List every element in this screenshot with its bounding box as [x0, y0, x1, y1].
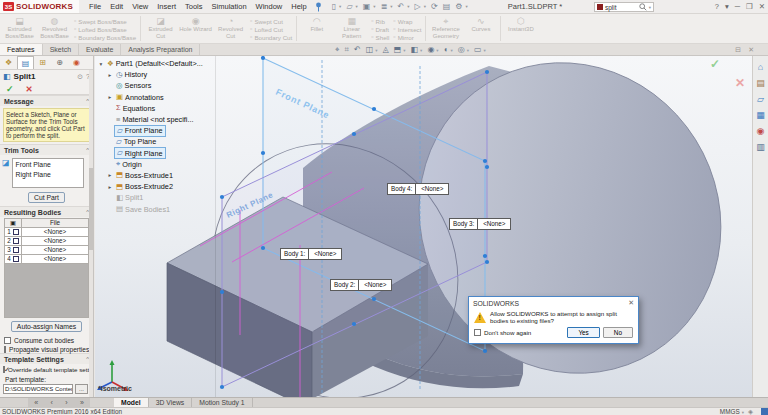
- view-orientation-icon-caret[interactable]: ▾: [403, 48, 405, 53]
- help-button[interactable]: ?: [715, 0, 719, 14]
- tree-item-boss-extrude1[interactable]: ▸⬒Boss-Extrude1: [97, 170, 215, 181]
- tab-3d-views[interactable]: 3D Views: [149, 398, 193, 407]
- tab-model[interactable]: Model: [114, 398, 149, 407]
- menu-file[interactable]: File: [89, 0, 101, 14]
- expand-arrow-icon[interactable]: ▾: [97, 61, 105, 67]
- propertymanager-tab[interactable]: ▤: [17, 56, 34, 69]
- no-button[interactable]: No: [603, 327, 633, 338]
- file-explorer-icon[interactable]: ▱: [753, 94, 768, 104]
- status-options-icon[interactable]: ◈: [748, 408, 753, 415]
- tree-splitter[interactable]: [215, 56, 216, 397]
- display-style-icon[interactable]: ◧: [411, 44, 419, 56]
- yes-button[interactable]: Yes: [567, 327, 599, 338]
- hide-show-items-icon-caret[interactable]: ▾: [436, 48, 438, 53]
- file-properties-icon[interactable]: ▤: [443, 2, 451, 12]
- trim-tools-section-header[interactable]: Trim Tools ^: [0, 144, 93, 155]
- menu-help[interactable]: Help: [291, 0, 306, 14]
- resources-icon[interactable]: ⌂: [753, 62, 768, 72]
- body-file-cell[interactable]: <None>: [22, 246, 89, 255]
- rebuild-icon[interactable]: ⟳: [431, 2, 438, 12]
- undo-icon[interactable]: ↶: [398, 2, 405, 12]
- section-view-icon-caret[interactable]: ▾: [375, 48, 377, 53]
- print-icon-caret[interactable]: ▾: [390, 4, 392, 9]
- new-icon-caret[interactable]: ▾: [339, 4, 341, 9]
- dimxpert-tab[interactable]: ⊕: [51, 56, 68, 69]
- tree-item-top-plane[interactable]: ▱Top Plane: [97, 136, 215, 147]
- pin-icon[interactable]: [315, 2, 322, 12]
- tree-item-split1[interactable]: ◧Split1: [97, 192, 215, 203]
- tree-item-sensors[interactable]: ◎Sensors: [97, 80, 215, 91]
- tree-item-equations[interactable]: ΣEquations: [97, 103, 215, 114]
- tree-item-front-plane[interactable]: ▱Front Plane: [97, 125, 215, 136]
- option-propagate-visual-properties[interactable]: Propagate visual properties: [0, 344, 93, 353]
- tab-nav-icon[interactable]: ›: [65, 398, 67, 407]
- view-palette-icon[interactable]: ▦: [753, 110, 768, 120]
- dont-show-again-checkbox[interactable]: [474, 329, 481, 336]
- cancel-button[interactable]: ✕: [26, 84, 33, 94]
- expand-arrow-icon[interactable]: ▸: [106, 172, 114, 178]
- body-file-cell[interactable]: <None>: [22, 255, 89, 264]
- part-template-path-input[interactable]: D:\SOLIDWORKS Content\SOLI: [3, 384, 73, 394]
- option-checkbox[interactable]: [4, 337, 11, 344]
- menu-edit[interactable]: Edit: [110, 0, 123, 14]
- tab-nav-icon[interactable]: ‹: [50, 398, 52, 407]
- propertymanager-scrollbar[interactable]: [89, 70, 93, 397]
- override-template-option[interactable]: Override default template settings: [0, 364, 93, 373]
- expand-arrow-icon[interactable]: ▸: [106, 94, 114, 100]
- trim-tools-selection-list[interactable]: Front PlaneRight Plane: [12, 158, 84, 188]
- tab-analysis-preparation[interactable]: Analysis Preparation: [121, 44, 200, 55]
- help-caret-icon[interactable]: ▾: [725, 0, 729, 14]
- dialog-close-icon[interactable]: ✕: [628, 299, 634, 307]
- new-icon[interactable]: ▯: [332, 2, 336, 12]
- dynamic-annotation-icon[interactable]: ◬: [383, 44, 389, 56]
- select-icon[interactable]: ▷: [415, 2, 421, 12]
- search-box[interactable]: split ▾: [594, 2, 654, 12]
- expand-arrow-icon[interactable]: ▸: [106, 72, 114, 78]
- search-caret-icon[interactable]: ▾: [649, 5, 651, 10]
- tab-evaluate[interactable]: Evaluate: [79, 44, 121, 55]
- keep-visible-pin-icon[interactable]: ⊙: [77, 73, 83, 81]
- option-checkbox[interactable]: [4, 346, 6, 353]
- units-selector[interactable]: MMGS▾: [720, 408, 744, 415]
- restore-button[interactable]: ❐: [746, 0, 753, 14]
- option-consume-cut-bodies[interactable]: Consume cut bodies: [0, 335, 93, 344]
- tab-motion-study-1[interactable]: Motion Study 1: [192, 398, 252, 407]
- body-checkbox[interactable]: [13, 247, 19, 253]
- view-settings-icon-caret[interactable]: ▾: [484, 48, 486, 53]
- tree-item-material-not-specifi[interactable]: ≡Material <not specifi...: [97, 114, 215, 125]
- tree-item-origin[interactable]: ⌖Origin: [97, 159, 215, 170]
- menu-tools[interactable]: Tools: [185, 0, 203, 14]
- tab-features[interactable]: Features: [0, 44, 43, 55]
- print-icon[interactable]: ≣: [381, 2, 388, 12]
- design-library-icon[interactable]: ▤: [753, 78, 768, 88]
- apply-scene-icon[interactable]: ◎: [458, 44, 465, 56]
- cut-part-button[interactable]: Cut Part: [28, 192, 65, 203]
- apply-scene-icon-caret[interactable]: ▾: [467, 48, 469, 53]
- displaymanager-tab[interactable]: ◉: [68, 56, 85, 69]
- open-icon-caret[interactable]: ▾: [356, 4, 358, 9]
- search-icon[interactable]: [639, 3, 647, 11]
- browse-template-button[interactable]: ...: [75, 384, 88, 394]
- edit-appearance-icon[interactable]: ◐: [444, 44, 449, 56]
- ok-button[interactable]: ✓: [6, 84, 14, 94]
- tree-item-boss-extrude2[interactable]: ▸⬒Boss-Extrude2: [97, 181, 215, 192]
- undock-toolbar-icon[interactable]: ⊟: [735, 44, 741, 56]
- body-file-cell[interactable]: <None>: [22, 237, 89, 246]
- zoom-to-fit-icon[interactable]: ⌖: [335, 44, 340, 56]
- confirm-ok-icon[interactable]: ✓: [710, 57, 720, 71]
- body-file-cell[interactable]: <None>: [22, 228, 89, 237]
- undo-icon-caret[interactable]: ▾: [407, 4, 409, 9]
- tree-item-right-plane[interactable]: ▱Right Plane: [97, 148, 215, 159]
- template-settings-section-header[interactable]: Template Settings ^: [0, 353, 93, 364]
- appearances-icon[interactable]: ◉: [753, 126, 768, 136]
- override-template-checkbox[interactable]: [3, 366, 5, 373]
- view-orientation-icon[interactable]: ⬒: [394, 44, 402, 56]
- menu-insert[interactable]: Insert: [157, 0, 176, 14]
- tab-nav-icon[interactable]: »: [80, 398, 84, 407]
- open-icon[interactable]: ▱: [346, 2, 352, 12]
- display-style-icon-caret[interactable]: ▾: [420, 48, 422, 53]
- menu-window[interactable]: Window: [256, 0, 283, 14]
- tree-item-annotations[interactable]: ▸▣Annotations: [97, 92, 215, 103]
- body-checkbox[interactable]: [13, 256, 19, 262]
- search-input[interactable]: split: [605, 4, 637, 11]
